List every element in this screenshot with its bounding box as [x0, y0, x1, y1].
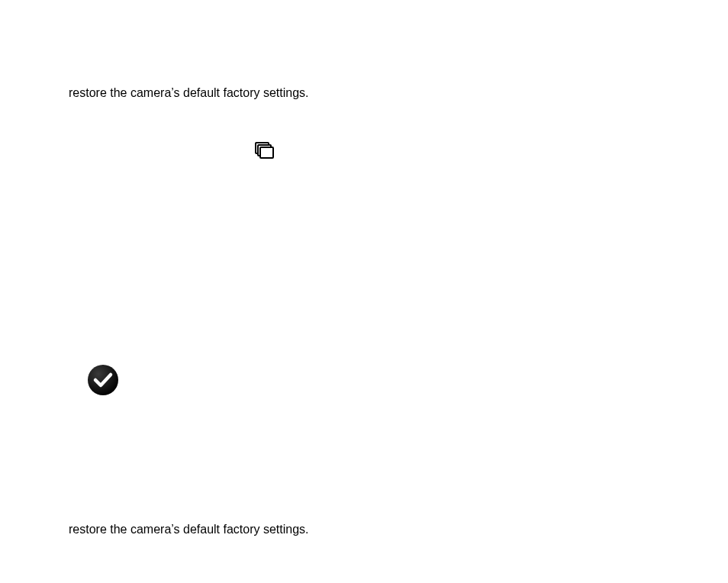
body-text-top: restore the camera’s default factory set… [69, 85, 309, 100]
stacked-windows-icon [255, 142, 275, 163]
checkmark-circle-icon [87, 364, 119, 399]
svg-point-3 [88, 365, 118, 395]
svg-rect-2 [260, 147, 273, 158]
body-text-bottom: restore the camera’s default factory set… [69, 522, 309, 536]
